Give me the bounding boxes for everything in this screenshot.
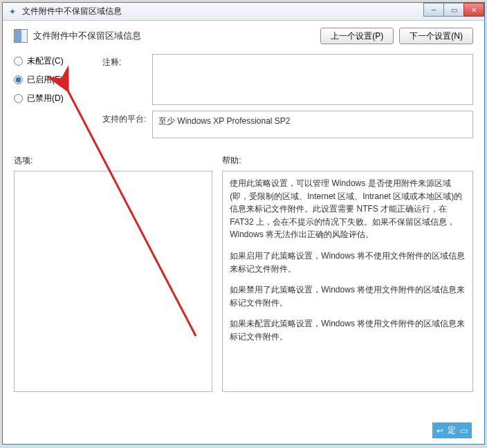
window-title: 文件附件中不保留区域信息 — [22, 6, 122, 17]
comment-row: 注释: — [102, 54, 473, 105]
radio-enabled-label: 已启用(E) — [27, 74, 63, 86]
state-radios: 未配置(C) 已启用(E) 已禁用(D) — [14, 55, 94, 104]
close-button[interactable]: ✕ — [463, 3, 484, 17]
supported-row: 支持的平台: 至少 Windows XP Professional SP2 — [102, 111, 473, 138]
help-paragraph: 如果启用了此策略设置，Windows 将不使用文件附件的区域信息来标记文件附件。 — [230, 250, 466, 275]
ok-deco-icon: ▭ — [460, 426, 468, 436]
titlebar: ✦ 文件附件中不保留区域信息 ─ ▭ ✕ — [3, 3, 484, 21]
radio-disabled-label: 已禁用(D) — [27, 93, 64, 104]
radio-enabled-input[interactable] — [14, 75, 23, 84]
content-area: 文件附件中不保留区域信息 上一个设置(P) 下一个设置(N) 未配置(C) 已启… — [3, 21, 484, 399]
minimize-button[interactable]: ─ — [423, 3, 444, 17]
options-panel[interactable] — [14, 171, 212, 392]
options-label: 选项: — [14, 155, 212, 167]
window-controls: ─ ▭ ✕ — [424, 3, 484, 17]
help-label: 帮助: — [222, 155, 473, 167]
policy-icon — [14, 29, 28, 43]
app-icon: ✦ — [7, 6, 18, 17]
policy-editor-window: ✦ 文件附件中不保留区域信息 ─ ▭ ✕ 文件附件中不保留区域信息 上一个设置(… — [2, 2, 485, 445]
radio-disabled-input[interactable] — [14, 94, 23, 103]
header-row: 文件附件中不保留区域信息 上一个设置(P) 下一个设置(N) — [14, 28, 473, 44]
top-grid: 未配置(C) 已启用(E) 已禁用(D) 注释: — [14, 48, 473, 138]
next-setting-button[interactable]: 下一个设置(N) — [399, 28, 473, 44]
ok-arrow-icon: ↩ — [437, 426, 443, 436]
help-panel[interactable]: 使用此策略设置，可以管理 Windows 是否使用附件来源区域(即，受限制的区域… — [222, 171, 473, 392]
ok-button[interactable]: ↩ 定 ▭ — [432, 422, 472, 438]
help-paragraph: 如果未配置此策略设置，Windows 将使用文件附件的区域信息来标记文件附件。 — [230, 317, 466, 343]
radio-not-configured-label: 未配置(C) — [27, 55, 64, 67]
radio-not-configured[interactable]: 未配置(C) — [14, 55, 94, 67]
radio-enabled[interactable]: 已启用(E) — [14, 74, 94, 86]
footer: ↩ 定 ▭ — [15, 422, 472, 438]
middle-row: 选项: 帮助: 使用此策略设置，可以管理 Windows 是否使用附件来源区域(… — [14, 155, 473, 392]
maximize-button[interactable]: ▭ — [443, 3, 464, 17]
help-paragraph: 如果禁用了此策略设置，Windows 将使用文件附件的区域信息来标记文件附件。 — [230, 283, 466, 309]
radio-disabled[interactable]: 已禁用(D) — [14, 93, 94, 104]
previous-setting-button[interactable]: 上一个设置(P) — [320, 28, 394, 44]
comment-box[interactable] — [152, 54, 473, 105]
radio-not-configured-input[interactable] — [14, 57, 23, 66]
supported-box: 至少 Windows XP Professional SP2 — [152, 111, 473, 138]
supported-label: 支持的平台: — [102, 111, 152, 138]
policy-title: 文件附件中不保留区域信息 — [33, 30, 141, 42]
ok-label: 定 — [448, 424, 456, 436]
comment-label: 注释: — [102, 54, 152, 105]
help-paragraph: 使用此策略设置，可以管理 Windows 是否使用附件来源区域(即，受限制的区域… — [230, 177, 466, 241]
